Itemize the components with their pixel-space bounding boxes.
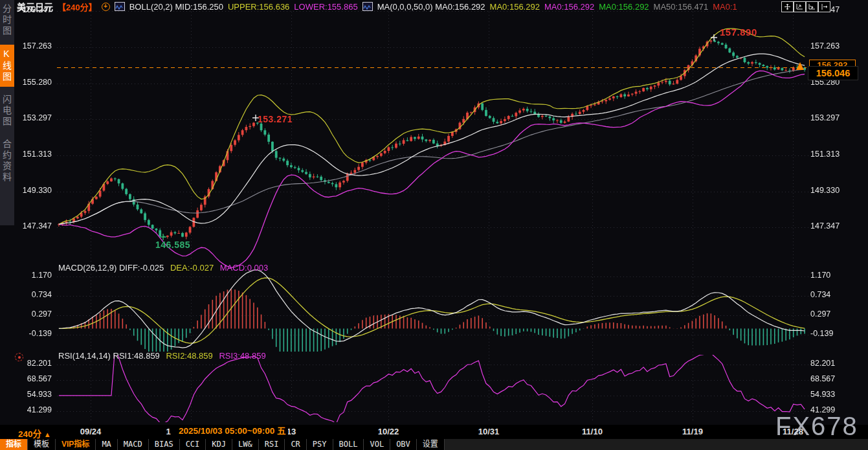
rsi-axis-label: 54.933 <box>13 390 52 399</box>
rsi-axis-label: 82.201 <box>810 359 849 368</box>
circle-plus-icon[interactable]: + <box>102 3 110 11</box>
macd-axis-label: 1.170 <box>13 271 52 280</box>
price-label-right: 151.313 <box>810 150 849 159</box>
toolbar-item-cci[interactable]: CCI <box>180 439 206 450</box>
macd-title: MACD(26,12,9) DIFF:-0.025 DEA:-0.027 MAC… <box>58 263 268 273</box>
toolbar-item-settings[interactable]: 设置 <box>417 439 445 450</box>
chart-canvas[interactable] <box>0 0 868 450</box>
rsi-title: RSI(14,14,14) RSI1:48.859 RSI2:48.859 RS… <box>58 351 266 361</box>
swing-high-annotation: 153.271 <box>258 114 293 124</box>
ma0-red-value: MA0:1 <box>713 2 737 12</box>
toolbar-item-obv[interactable]: OBV <box>390 439 417 450</box>
date-label: 11/19 <box>674 427 711 436</box>
swing-low-annotation: 146.585 <box>155 240 190 250</box>
macd-axis-label: 0.297 <box>13 309 52 319</box>
price-label-left: 147.347 <box>13 221 52 231</box>
ma50-value: MA50:156.471 <box>654 2 709 12</box>
rsi-axis-label: 82.201 <box>13 359 52 368</box>
date-label: 09/24 <box>72 427 109 436</box>
ma0-yellow-value: MA0:156.292 <box>490 2 540 12</box>
period-selector[interactable]: 240分 ▲ <box>18 427 51 440</box>
scale-up-axis-icon[interactable] <box>794 1 806 12</box>
macd-hist-value: MACD:0.003 <box>220 263 268 273</box>
toolbar-item-cr[interactable]: CR <box>285 439 306 450</box>
price-label-right: 147.347 <box>810 221 849 231</box>
sidebar-item-contract-info[interactable]: 合约资料 <box>0 135 14 187</box>
go-latest-icon[interactable] <box>818 1 830 12</box>
boll-lower-value: LOWER:155.865 <box>294 2 357 12</box>
top-indicator-bar: 美元日元 【240分】 + BOLL(20,2) MID:156.250 UPP… <box>14 0 868 13</box>
toolbar-item-kdj[interactable]: KDJ <box>206 439 232 450</box>
rsi-axis-label: 41.299 <box>13 405 52 414</box>
rsi-axis-label: 54.933 <box>810 390 849 399</box>
ma0-white-value: MA(0,0,0,50,0) MA0:156.292 <box>377 2 485 12</box>
toolbar-item-vip-indicator[interactable]: VIP指标 <box>56 439 96 450</box>
toolbar-item-template[interactable]: 模板 <box>28 439 56 450</box>
time-axis: 240分 ▲ 09/24 10/22 10/31 11/10 11/19 11/… <box>0 425 868 439</box>
toolbar-item-lwr[interactable]: LW& <box>232 439 259 450</box>
ma-indicator-icon[interactable] <box>362 2 373 11</box>
toolbar-item-vol[interactable]: VOL <box>364 439 390 450</box>
last-price-tag: 156.046 <box>808 66 858 80</box>
toolbar-item-macd[interactable]: MACD <box>118 439 149 450</box>
rsi2-value: RSI2:48.859 <box>166 351 212 361</box>
ma0-green-value: MA0:156.292 <box>599 2 649 12</box>
candle-time-tooltip: 2025/10/03 05:00~09:00 五 <box>177 425 288 437</box>
date-label: 11/10 <box>574 427 610 436</box>
date-fragment-left: 1 <box>163 427 173 436</box>
sidebar: 分时图 K线图 闪电图 合约资料 <box>0 0 14 225</box>
toolbar-item-rsi[interactable]: RSI <box>259 439 285 450</box>
price-label-left: 157.263 <box>13 41 52 51</box>
indicator-toolbar: 指标 模板 VIP指标 MA MACD BIAS CCI KDJ LW& RSI… <box>0 439 868 450</box>
macd-axis-label: 1.170 <box>810 271 849 280</box>
rsi-axis-label: 68.567 <box>13 374 52 383</box>
rsi-axis-label: 68.567 <box>810 374 849 383</box>
price-label-left: 151.313 <box>13 150 52 159</box>
crosshair-move-icon[interactable] <box>781 1 794 12</box>
toolbar-item-bias[interactable]: BIAS <box>149 439 180 450</box>
macd-axis-label: 0.734 <box>13 290 52 299</box>
price-label-right: 149.330 <box>810 186 849 195</box>
scale-right-axis-icon[interactable] <box>806 1 818 12</box>
rsi-params: RSI(14,14,14) <box>58 351 111 361</box>
macd-axis-label: -0.139 <box>810 329 849 338</box>
macd-axis-label: 0.297 <box>810 309 849 319</box>
sidebar-item-flash[interactable]: 闪电图 <box>0 91 14 131</box>
date-label: 10/22 <box>370 427 406 436</box>
price-label-left: 155.280 <box>13 78 52 87</box>
boll-mid-value: BOLL(20,2) MID:156.250 <box>129 2 223 12</box>
macd-axis-label: -0.139 <box>13 329 52 338</box>
period-tag[interactable]: 【240分】 <box>58 1 97 13</box>
boll-indicator-icon[interactable] <box>115 2 125 11</box>
fx678-watermark: FX678 <box>775 412 858 441</box>
macd-params: MACD(26,12,9) <box>58 263 117 273</box>
period-arrow-icon: ▲ <box>44 431 51 438</box>
ma0-magenta-value: MA0:156.292 <box>544 2 594 12</box>
price-label-right: 153.297 <box>810 113 849 122</box>
toolbar-item-ma[interactable]: MA <box>96 439 117 450</box>
toolbar-item-boll[interactable]: BOLL <box>333 439 364 450</box>
boll-upper-value: UPPER:156.636 <box>228 2 289 12</box>
sidebar-item-timeline[interactable]: 分时图 <box>0 0 14 41</box>
rsi3-value: RSI3:48.859 <box>219 351 265 361</box>
macd-dea-value: DEA:-0.027 <box>170 263 214 273</box>
peak-price-annotation: 157.890 <box>720 27 757 38</box>
toolbar-item-psy[interactable]: PSY <box>307 439 333 450</box>
price-label-right: 157.263 <box>810 41 849 51</box>
rsi1-value: RSI1:48.859 <box>113 351 160 361</box>
price-label-left: 149.330 <box>13 186 52 195</box>
macd-diff-value: DIFF:-0.025 <box>119 263 164 273</box>
toolbar-item-indicator[interactable]: 指标 <box>0 439 28 450</box>
sidebar-item-kline[interactable]: K线图 <box>0 45 14 87</box>
price-label-left: 153.297 <box>13 113 52 122</box>
macd-axis-label: 0.734 <box>810 290 849 299</box>
symbol-title: 美元日元 <box>17 0 53 13</box>
date-label: 10/31 <box>471 427 507 436</box>
app-window: 分时图 K线图 闪电图 合约资料 美元日元 【240分】 + BOLL(20,2… <box>0 0 868 450</box>
